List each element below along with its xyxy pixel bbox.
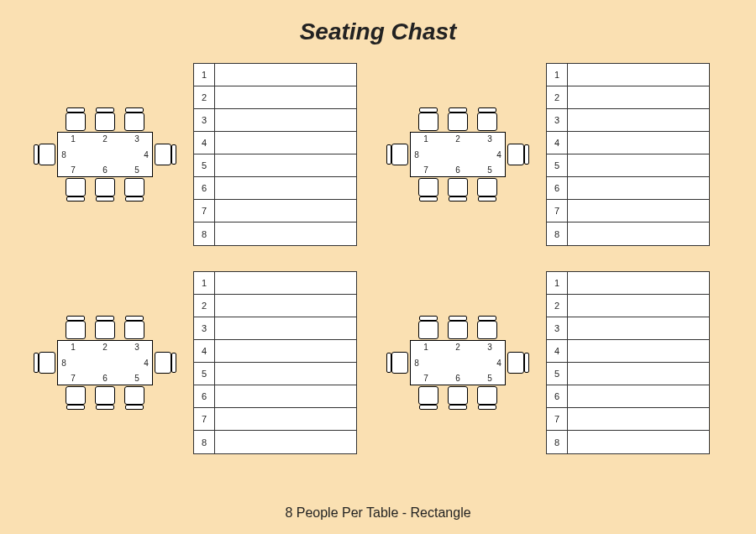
row-number: 1 [194, 64, 215, 86]
guest-list: 1 2 3 4 5 6 7 8 [546, 63, 710, 246]
list-item: 5 [194, 154, 356, 177]
chair-icon [124, 386, 144, 405]
seat-number: 6 [453, 165, 463, 175]
list-item: 8 [194, 222, 356, 245]
row-number: 4 [194, 132, 215, 154]
row-number: 1 [194, 272, 215, 294]
row-number: 7 [547, 200, 568, 222]
chair-icon [418, 321, 438, 339]
guest-name [568, 317, 709, 339]
seat-number: 5 [485, 165, 495, 175]
chair-icon [507, 352, 524, 374]
guest-name [568, 295, 709, 317]
list-item: 8 [547, 431, 709, 453]
list-item: 2 [194, 295, 356, 317]
list-item: 4 [547, 132, 709, 154]
row-number: 5 [547, 363, 568, 385]
seat-number: 4 [141, 359, 151, 368]
list-item: 1 [194, 64, 356, 86]
guest-name [215, 154, 356, 176]
guest-name [568, 222, 709, 245]
guest-name [215, 109, 356, 131]
seat-number: 2 [453, 343, 463, 352]
guest-name [215, 431, 356, 453]
row-number: 6 [194, 177, 215, 199]
list-item: 2 [194, 86, 356, 109]
chair-icon [391, 144, 408, 165]
row-number: 3 [194, 109, 215, 131]
row-number: 6 [547, 385, 568, 407]
row-number: 6 [194, 385, 215, 407]
guest-name [568, 408, 709, 430]
chair-icon [39, 352, 55, 374]
seat-number: 2 [100, 134, 110, 144]
seat-number: 1 [421, 343, 431, 352]
seat-number: 1 [68, 343, 78, 352]
list-item: 6 [194, 385, 356, 408]
seat-number: 7 [421, 374, 431, 383]
row-number: 7 [194, 408, 215, 430]
guest-name [215, 408, 356, 430]
row-number: 5 [194, 154, 215, 176]
seat-number: 4 [494, 359, 504, 368]
guest-name [568, 272, 709, 294]
seat-number: 8 [412, 150, 422, 160]
chair-icon [124, 113, 144, 131]
guest-list: 1 2 3 4 5 6 7 8 [193, 63, 357, 246]
seat-number: 4 [494, 150, 504, 160]
seat-number: 3 [485, 134, 495, 144]
row-number: 4 [194, 340, 215, 362]
chair-icon [66, 386, 86, 405]
list-item: 4 [194, 132, 356, 154]
chair-icon [418, 386, 438, 405]
row-number: 2 [547, 86, 568, 108]
guest-name [215, 295, 356, 317]
row-number: 3 [547, 109, 568, 131]
chair-icon [95, 178, 115, 196]
guest-name [215, 64, 356, 86]
seat-number: 5 [485, 374, 495, 383]
chair-icon [448, 113, 468, 131]
table-diagram: 1 2 3 4 5 6 7 8 [386, 104, 529, 205]
list-item: 1 [194, 272, 356, 295]
seat-number: 1 [421, 134, 431, 144]
list-item: 1 [547, 64, 709, 86]
seating-grid: 1 2 3 4 5 6 7 8 1 2 3 4 5 6 7 8 [34, 63, 722, 454]
guest-name [568, 64, 709, 86]
list-item: 2 [547, 86, 709, 109]
seat-number: 8 [412, 359, 422, 368]
page-subtitle: 8 People Per Table - Rectangle [0, 505, 756, 521]
chair-icon [418, 178, 438, 196]
seat-number: 2 [453, 134, 463, 144]
row-number: 6 [547, 177, 568, 199]
chair-icon [66, 321, 86, 339]
guest-name [215, 177, 356, 199]
row-number: 4 [547, 132, 568, 154]
guest-name [215, 340, 356, 362]
chair-icon [477, 113, 497, 131]
row-number: 2 [547, 295, 568, 317]
chair-icon [477, 386, 497, 405]
guest-list: 1 2 3 4 5 6 7 8 [193, 271, 357, 454]
seat-number: 1 [68, 134, 78, 144]
list-item: 7 [547, 408, 709, 431]
chair-icon [95, 113, 115, 131]
chair-icon [124, 321, 144, 339]
guest-name [215, 363, 356, 385]
row-number: 8 [547, 222, 568, 245]
guest-name [215, 86, 356, 108]
guest-name [215, 222, 356, 245]
guest-name [215, 272, 356, 294]
list-item: 8 [547, 222, 709, 245]
guest-name [215, 132, 356, 154]
table-unit: 1 2 3 4 5 6 7 8 1 2 3 4 5 6 7 8 [34, 63, 370, 246]
list-item: 4 [194, 340, 356, 363]
guest-name [568, 200, 709, 222]
seat-number: 6 [100, 374, 110, 383]
seat-number: 3 [132, 134, 142, 144]
list-item: 5 [547, 363, 709, 385]
list-item: 7 [547, 200, 709, 222]
table-diagram: 1 2 3 4 5 6 7 8 [34, 312, 176, 413]
chair-icon [155, 352, 171, 374]
row-number: 5 [194, 363, 215, 385]
